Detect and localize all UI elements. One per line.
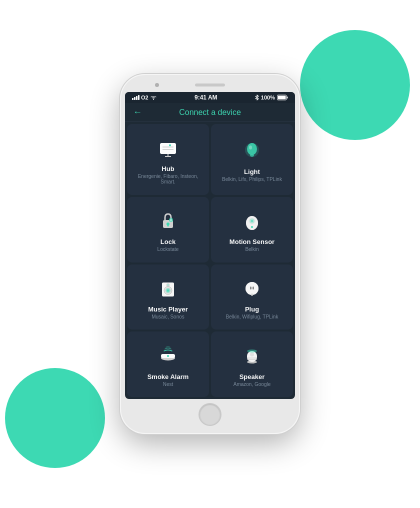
svg-point-34 [246,282,258,295]
phone-camera [155,83,159,87]
device-grid: Hub Energenie, Fibaro, Insteon, Smart. [125,122,295,399]
device-card-speaker[interactable]: Speaker Amazon, Google [211,332,293,397]
smoke-alarm-subtitle: Nest [163,382,174,387]
hub-icon [155,135,181,161]
svg-rect-37 [252,294,253,296]
hub-name: Hub [162,165,174,172]
phone-top-bar [125,80,295,90]
phone-speaker [195,84,225,86]
time-label: 9:41 AM [194,94,218,101]
device-card-music-player[interactable]: Music Player Musaic, Sonos [127,264,209,330]
carrier-label: O2 [141,94,148,100]
back-button[interactable]: ← [133,107,142,118]
hub-subtitle: Energenie, Fibaro, Insteon, Smart. [131,174,205,184]
device-card-plug[interactable]: Plug Belkin, Wifiplug, TPLink [211,264,293,330]
signal-bar-3 [136,96,138,100]
svg-rect-13 [250,156,254,157]
svg-rect-36 [252,286,254,290]
music-player-icon [155,276,181,302]
home-button[interactable] [198,403,222,426]
svg-rect-2 [287,96,288,98]
signal-bar-4 [138,95,140,100]
phone-bottom [125,399,295,428]
signal-bars [132,95,140,100]
status-bar-right: 100% [255,94,288,100]
plug-name: Plug [245,306,259,313]
svg-rect-1 [278,96,286,100]
light-icon [239,138,265,164]
signal-bar-2 [134,97,136,100]
speaker-name: Speaker [240,373,265,380]
battery-icon [277,94,288,100]
svg-point-14 [249,146,252,150]
status-bar: O2 9:41 AM 100% [125,92,295,103]
svg-rect-17 [168,224,169,226]
decoration-circle-bottom-left [5,368,105,468]
plug-icon [239,276,265,302]
motion-sensor-name: Motion Sensor [230,238,274,246]
svg-point-30 [167,289,170,292]
svg-point-32 [168,284,169,286]
svg-rect-4 [160,143,176,154]
nav-title: Connect a device [147,108,273,117]
smoke-alarm-name: Smoke Alarm [148,373,189,380]
device-card-lock[interactable]: Lock Lockstate [127,197,209,262]
wifi-icon [150,95,157,100]
light-subtitle: Belkin, Lifx, Philips, TPLink [222,176,282,182]
svg-rect-35 [250,286,252,290]
music-player-subtitle: Musaic, Sonos [152,314,184,320]
music-player-name: Music Player [148,306,188,313]
motion-sensor-icon [239,208,265,234]
device-card-hub[interactable]: Hub Energenie, Fibaro, Insteon, Smart. [127,124,209,195]
plug-subtitle: Belkin, Wifiplug, TPLink [226,314,278,320]
phone-screen: O2 9:41 AM 100% [125,92,295,399]
svg-point-41 [167,355,169,357]
signal-bar-1 [132,98,134,100]
decoration-circle-top-right [300,30,410,140]
svg-rect-12 [250,154,254,156]
svg-point-9 [169,144,171,146]
svg-point-25 [251,226,253,228]
phone-shell: O2 9:41 AM 100% [120,74,300,434]
motion-sensor-subtitle: Belkin [245,246,258,252]
speaker-icon [239,343,265,369]
light-name: Light [244,168,260,176]
svg-point-48 [250,352,254,356]
nav-bar: ← Connect a device [125,103,295,122]
bluetooth-icon [255,94,259,100]
lock-icon [155,208,181,234]
status-bar-left: O2 [132,94,157,100]
svg-point-47 [247,350,257,352]
svg-point-24 [251,220,253,222]
battery-label: 100% [261,94,275,100]
device-card-motion-sensor[interactable]: Motion Sensor Belkin [211,197,293,262]
lock-subtitle: Lockstate [158,246,179,252]
lock-name: Lock [160,238,176,246]
speaker-subtitle: Amazon, Google [234,382,271,387]
device-card-light[interactable]: Light Belkin, Lifx, Philips, TPLink [211,124,293,195]
device-card-smoke-alarm[interactable]: Smoke Alarm Nest [127,332,209,397]
smoke-alarm-icon [155,343,181,369]
svg-point-11 [247,143,257,155]
